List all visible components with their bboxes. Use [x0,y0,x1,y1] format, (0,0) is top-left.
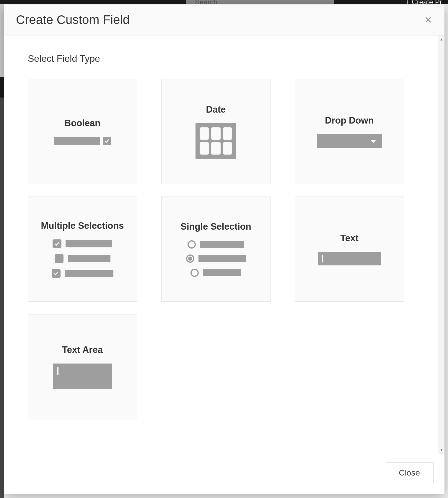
background-search: Search... [186,0,334,4]
modal-title: Create Custom Field [16,13,130,27]
field-type-label: Drop Down [325,115,374,126]
background-create-button: + Create Pr [400,0,448,4]
field-type-text-area[interactable]: Text Area [28,314,137,419]
field-type-label: Date [206,104,226,115]
field-type-text[interactable]: Text [295,197,404,302]
background-side-dark [0,77,4,98]
scrollbar[interactable]: ▲ ▼ [438,35,444,454]
section-title: Select Field Type [28,53,421,64]
textarea-illustration-icon [53,364,112,389]
scroll-down-icon[interactable]: ▼ [438,447,444,453]
field-type-label: Text Area [62,345,103,355]
field-type-boolean[interactable]: Boolean [28,79,137,184]
close-icon[interactable] [424,15,433,24]
field-type-date[interactable]: Date [161,79,271,184]
boolean-illustration-icon [54,137,111,145]
multiple-selections-illustration-icon [52,239,113,278]
create-custom-field-modal: Create Custom Field ▲ ▼ Select Field Typ… [4,4,444,494]
field-type-label: Single Selection [180,221,251,232]
close-button[interactable]: Close [385,463,434,483]
dropdown-illustration-icon [317,134,382,148]
field-type-multiple-selections[interactable]: Multiple Selections [28,197,137,302]
field-type-label: Multiple Selections [41,220,124,231]
field-type-dropdown[interactable]: Drop Down [295,79,404,184]
single-selection-illustration-icon [186,240,246,277]
modal-header: Create Custom Field [4,4,444,35]
field-type-grid: Boolean Date [28,79,421,419]
scroll-up-icon[interactable]: ▲ [438,36,444,43]
modal-footer: Close [4,454,444,494]
text-illustration-icon [318,252,381,265]
modal-body: ▲ ▼ Select Field Type Boolean Date [4,35,444,454]
date-illustration-icon [196,123,236,159]
field-type-label: Boolean [64,118,100,129]
field-type-single-selection[interactable]: Single Selection [161,197,271,302]
field-type-label: Text [340,233,358,244]
